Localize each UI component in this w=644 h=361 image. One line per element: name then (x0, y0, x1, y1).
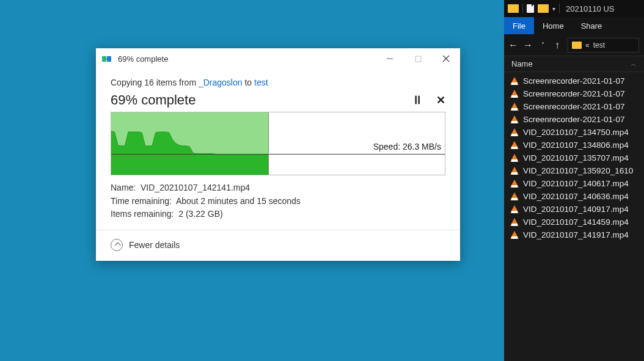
file-name: Screenrecorder-2021-01-07 (523, 89, 625, 98)
copy-details: Name: VID_20210107_142141.mp4 Time remai… (111, 181, 445, 221)
recent-dropdown[interactable]: ˅ (538, 42, 547, 48)
file-row[interactable]: VID_20210107_134750.mp4 (504, 126, 644, 139)
file-row[interactable]: Screenrecorder-2021-01-07 (504, 100, 644, 113)
file-name: VID_20210107_141459.mp4 (523, 217, 629, 227)
copy-description: Copying 16 items from _Dragoslon to test (111, 78, 445, 87)
sort-caret-icon: ︿ (631, 60, 637, 68)
chevron-down-icon[interactable]: ▾ (552, 5, 555, 12)
folder-icon (538, 4, 549, 13)
folder-icon (508, 4, 519, 13)
time-value: About 2 minutes and 15 seconds (176, 196, 301, 206)
progress-divider (268, 112, 269, 175)
address-bar[interactable]: « test (568, 38, 639, 53)
file-list: Screenrecorder-2021-01-07Screenrecorder-… (504, 72, 644, 361)
file-row[interactable]: VID_20210107_140917.mp4 (504, 203, 644, 216)
copy-icon (102, 54, 113, 63)
vlc-cone-icon (510, 77, 519, 85)
file-name: VID_20210107_140636.mp4 (523, 192, 629, 201)
file-row[interactable]: VID_20210107_141917.mp4 (504, 228, 644, 241)
throughput-graph[interactable]: Speed: 26.3 MB/s (111, 112, 445, 175)
vlc-cone-icon (510, 90, 519, 98)
file-row[interactable]: Screenrecorder-2021-01-07 (504, 87, 644, 100)
file-name: VID_20210107_135920_1610 (523, 166, 633, 175)
vlc-cone-icon (510, 231, 519, 239)
source-link[interactable]: _Dragoslon (199, 78, 243, 87)
file-explorer: ▾ 20210110 US File Home Share ← → ˅ ↑ « … (504, 0, 644, 361)
chevron-up-icon (111, 239, 123, 251)
file-row[interactable]: VID_20210107_141459.mp4 (504, 216, 644, 228)
copy-mid: to (243, 78, 254, 87)
file-name: Screenrecorder-2021-01-07 (523, 76, 625, 86)
back-button[interactable]: ← (509, 40, 518, 51)
copy-progress-dialog: 69% complete Copying 16 items from _Drag… (96, 48, 460, 261)
dest-link[interactable]: test (254, 78, 268, 87)
items-label: Items remaining: (111, 209, 174, 219)
svg-rect-3 (415, 56, 421, 62)
tab-file[interactable]: File (504, 17, 534, 34)
pause-button[interactable]: ⅠⅠ (414, 93, 420, 107)
name-value: VID_20210107_142141.mp4 (141, 183, 250, 192)
up-button[interactable]: ↑ (553, 40, 562, 51)
address-prefix: « (585, 41, 590, 49)
speed-label: Speed: 26.3 MB/s (373, 142, 441, 151)
file-name: VID_20210107_135707.mp4 (523, 153, 629, 162)
percent-complete: 69% complete (111, 92, 196, 108)
items-value: 2 (3.22 GB) (178, 209, 222, 219)
quick-access-toolbar[interactable]: ▾ 20210110 US (504, 0, 644, 17)
minimize-button[interactable] (376, 48, 404, 69)
maximize-button[interactable] (404, 48, 432, 69)
document-icon (527, 4, 534, 13)
ribbon-tabs: File Home Share (504, 17, 644, 34)
name-label: Name: (111, 183, 136, 192)
file-row[interactable]: VID_20210107_140636.mp4 (504, 190, 644, 203)
tab-home[interactable]: Home (534, 17, 573, 34)
titlebar[interactable]: 69% complete (96, 48, 460, 69)
vlc-cone-icon (510, 180, 519, 188)
vlc-cone-icon (510, 154, 519, 162)
file-row[interactable]: VID_20210107_140617.mp4 (504, 177, 644, 190)
file-name: Screenrecorder-2021-01-07 (523, 102, 625, 111)
explorer-window-title: 20210110 US (566, 4, 615, 13)
file-row[interactable]: VID_20210107_135920_1610 (504, 164, 644, 177)
tab-share[interactable]: Share (573, 17, 611, 34)
copy-prefix: Copying 16 items from (111, 78, 199, 87)
file-name: VID_20210107_140917.mp4 (523, 205, 629, 214)
file-name: VID_20210107_141917.mp4 (523, 230, 629, 239)
file-name: VID_20210107_140617.mp4 (523, 179, 629, 188)
vlc-cone-icon (510, 218, 519, 226)
vlc-cone-icon (510, 141, 519, 149)
window-title: 69% complete (118, 54, 168, 64)
speed-line (111, 154, 445, 155)
vlc-cone-icon (510, 205, 519, 213)
fewer-details-toggle[interactable]: Fewer details (96, 230, 460, 261)
cancel-button[interactable]: ✕ (436, 93, 445, 107)
file-name: VID_20210107_134806.mp4 (523, 140, 629, 150)
vlc-cone-icon (510, 192, 519, 200)
column-label: Name (511, 59, 533, 68)
vlc-cone-icon (510, 115, 519, 123)
address-text: test (593, 41, 605, 49)
file-row[interactable]: Screenrecorder-2021-01-07 (504, 113, 644, 126)
column-header-name[interactable]: Name ︿ (504, 56, 644, 72)
file-name: VID_20210107_134750.mp4 (523, 128, 629, 137)
svg-rect-0 (102, 56, 106, 62)
file-name: Screenrecorder-2021-01-07 (523, 115, 625, 124)
forward-button[interactable]: → (524, 40, 532, 51)
folder-icon (572, 42, 582, 49)
vlc-cone-icon (510, 167, 519, 175)
nav-toolbar: ← → ˅ ↑ « test (504, 34, 644, 56)
vlc-cone-icon (510, 128, 519, 136)
file-row[interactable]: Screenrecorder-2021-01-07 (504, 75, 644, 87)
vlc-cone-icon (510, 103, 519, 111)
details-toggle-label: Fewer details (129, 240, 180, 250)
throughput-curve (111, 112, 268, 175)
time-label: Time remaining: (111, 196, 172, 206)
close-button[interactable] (432, 48, 460, 69)
file-row[interactable]: VID_20210107_135707.mp4 (504, 151, 644, 164)
file-row[interactable]: VID_20210107_134806.mp4 (504, 139, 644, 151)
